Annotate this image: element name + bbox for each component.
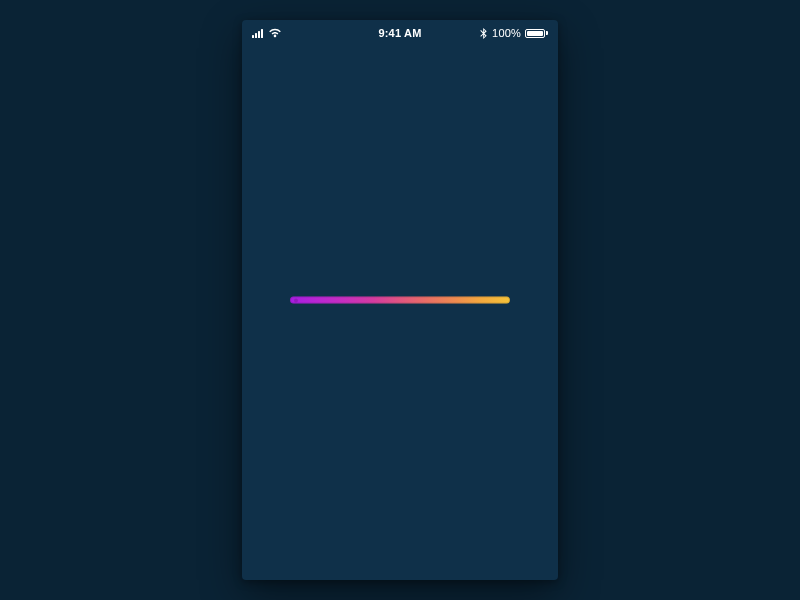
status-left xyxy=(252,28,332,38)
battery-icon xyxy=(525,29,545,38)
phone-frame: 9:41 AM 100% xyxy=(242,20,558,580)
wifi-icon xyxy=(268,28,282,38)
cellular-signal-icon xyxy=(252,28,263,38)
progress-bar[interactable] xyxy=(290,297,510,304)
battery-indicator: 100% xyxy=(492,27,548,39)
bluetooth-icon xyxy=(480,28,487,39)
progress-bar-container xyxy=(290,297,510,304)
status-right: 100% xyxy=(468,27,548,39)
progress-start-cap-icon xyxy=(294,298,298,302)
battery-percent-label: 100% xyxy=(492,27,521,39)
status-bar: 9:41 AM 100% xyxy=(242,20,558,46)
status-time: 9:41 AM xyxy=(332,27,468,39)
